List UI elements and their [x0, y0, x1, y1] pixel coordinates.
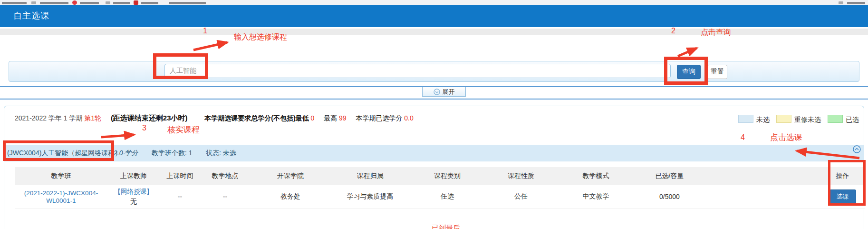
credit-max-label: 最高 — [324, 114, 337, 122]
course-class-count: 教学班个数: 1 — [152, 145, 193, 161]
arrow-step1 — [193, 42, 227, 50]
legend-item-selected: 已选 — [828, 115, 859, 124]
annotation-step1-number: 1 — [203, 27, 207, 35]
col-header-spacer — [704, 167, 820, 185]
annotation-step4-label: 点击选课 — [770, 132, 802, 143]
filter-panel: 查询 重置 — [9, 61, 859, 82]
col-header: 操作 — [820, 167, 865, 185]
selected-credits-value: 0.0 — [404, 114, 413, 122]
annotation-step2-number: 2 — [671, 27, 675, 35]
bookmark-item[interactable] — [113, 2, 130, 4]
semester-round: 第1轮 — [84, 114, 101, 122]
credit-requirement-label: 本学期选课要求总学分(不包括)最低 — [204, 114, 309, 122]
spacer-cell — [704, 185, 820, 209]
col-header: 教学地点 — [200, 167, 250, 185]
course-belonging: 学习与素质提高 — [331, 185, 409, 209]
bookmark-item[interactable] — [141, 2, 158, 4]
class-table: 教学班 上课教师 上课时间 教学地点 开课学院 课程归属 课程类别 课程性质 教… — [15, 167, 865, 209]
class-college: 教务处 — [250, 185, 331, 209]
browser-toolbar-icon[interactable] — [839, 1, 843, 4]
browser-bookmarks-bar — [0, 0, 868, 5]
legend-label: 未选 — [756, 116, 770, 123]
page-title: 自主选课 — [13, 5, 49, 27]
class-time: -- — [160, 185, 200, 209]
legend-label: 重修未选 — [794, 116, 821, 123]
teaching-mode-tag: 【网络授课】 — [108, 187, 159, 197]
annotation-step1-label: 输入想选修课程 — [234, 32, 287, 42]
teacher-name: 无 — [108, 197, 159, 206]
arrow-step2 — [678, 48, 697, 56]
semester-term: 2021-2022 学年 1 学期 — [15, 114, 82, 122]
toolbar-strip — [0, 29, 868, 35]
select-course-button[interactable]: 选课 — [829, 189, 856, 204]
selection-countdown: (距选课结束还剩23小时) — [111, 114, 188, 122]
col-header: 教学模式 — [557, 167, 635, 185]
annotation-step2-label: 点击查询 — [701, 28, 731, 38]
col-header: 开课学院 — [250, 167, 331, 185]
course-search-input[interactable] — [164, 64, 671, 78]
divider — [0, 99, 868, 100]
course-status: 状态: 未选 — [206, 145, 236, 161]
col-header: 课程类别 — [409, 167, 485, 185]
bookmark-item[interactable] — [80, 2, 99, 4]
col-header: 已选/容量 — [635, 167, 704, 185]
reset-button[interactable]: 重置 — [707, 65, 727, 79]
legend-label: 已选 — [846, 116, 859, 123]
folder-icon[interactable] — [106, 1, 110, 4]
table-row: (2021-2022-1)-JWCX004-WL0001-1 【网络授课】 无 … — [15, 185, 865, 209]
chevron-down-circle-icon — [434, 89, 440, 95]
page: 自主选课 查询 重置 展开 2021-2022 学年 1 学期 第1轮 (距选课… — [0, 0, 868, 229]
chevron-up-circle-icon[interactable] — [853, 145, 861, 153]
selected-credits-label: 本学期已选学分 — [356, 114, 402, 122]
course-category: 任选 — [409, 185, 485, 209]
semester-info: 2021-2022 学年 1 学期 第1轮 (距选课结束还剩23小时) 本学期选… — [15, 114, 728, 123]
results-panel: 2021-2022 学年 1 学期 第1轮 (距选课结束还剩23小时) 本学期选… — [4, 106, 864, 229]
favicon-icon[interactable] — [134, 0, 138, 5]
capacity: 0/5000 — [635, 185, 704, 209]
table-header-row: 教学班 上课教师 上课时间 教学地点 开课学院 课程归属 课程类别 课程性质 教… — [15, 167, 865, 185]
expand-toggle[interactable]: 展开 — [422, 87, 466, 97]
legend-item-retake: 重修未选 — [776, 115, 821, 124]
credit-min: 0 — [311, 114, 315, 122]
annotation-step4-number: 4 — [741, 133, 745, 142]
favicon-icon[interactable] — [72, 0, 77, 5]
course-group-header[interactable]: (JWCX004)人工智能（超星网络课程） - 2.0 学分 教学班个数: 1 … — [4, 145, 864, 161]
bookmark-item[interactable] — [169, 2, 206, 4]
col-header: 上课时间 — [160, 167, 200, 185]
credit-max: 99 — [339, 114, 347, 122]
bookmark-item[interactable] — [40, 2, 68, 4]
course-nature: 公任 — [485, 185, 557, 209]
legend-swatch-selected — [828, 115, 843, 123]
bookmark-item[interactable] — [2, 2, 27, 4]
teaching-language: 中文教学 — [557, 185, 635, 209]
end-of-list-note: 已到最后... — [432, 224, 466, 229]
status-legend: 未选 重修未选 已选 — [738, 115, 859, 124]
course-credits: 2.0 学分 — [114, 145, 138, 161]
col-header: 课程归属 — [331, 167, 409, 185]
class-location: -- — [200, 185, 250, 209]
course-title: (JWCX004)人工智能（超星网络课程） - — [7, 145, 125, 161]
legend-swatch-unselected — [738, 115, 753, 123]
col-header: 上课教师 — [107, 167, 160, 185]
query-button[interactable]: 查询 — [677, 65, 701, 79]
col-header: 课程性质 — [485, 167, 557, 185]
page-header: 自主选课 — [0, 5, 868, 27]
browser-toolbar-icon[interactable] — [847, 2, 865, 4]
legend-swatch-retake — [776, 115, 791, 123]
annotation-step3-number: 3 — [142, 124, 146, 132]
annotation-step3-label: 核实课程 — [167, 124, 200, 135]
expand-label: 展开 — [443, 88, 455, 96]
class-id-link[interactable]: (2021-2022-1)-JWCX004-WL0001-1 — [24, 189, 98, 204]
col-header: 教学班 — [15, 167, 107, 185]
legend-item-unselected: 未选 — [738, 115, 770, 124]
folder-icon[interactable] — [31, 1, 36, 4]
